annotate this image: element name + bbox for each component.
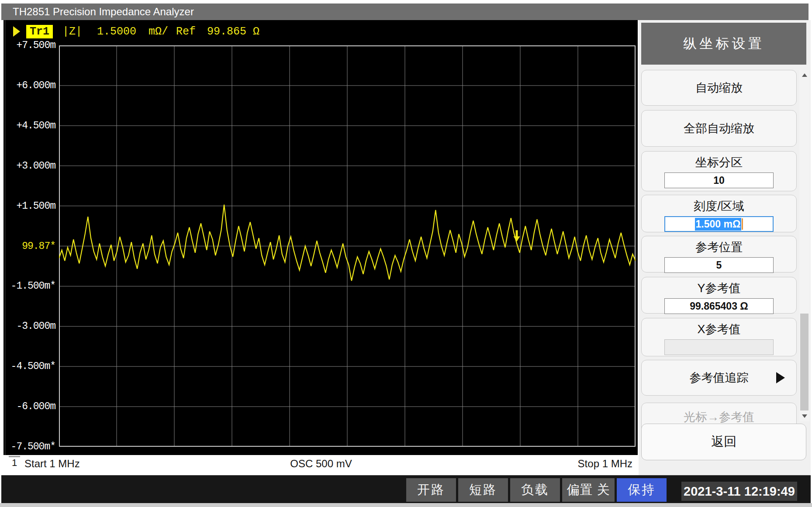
y-axis-label: -3.000m [16, 321, 55, 332]
y-axis-label: -7.500m* [11, 441, 55, 452]
instrument-screen: TH2851 Precision Impedance Analyzer Tr1 … [0, 0, 812, 507]
sidebar-scrollbar[interactable] [799, 70, 809, 421]
scale-per-div-input[interactable]: 1.500 mΩ [664, 216, 774, 232]
sweep-info-strip: 1 OSC 500 mV Start 1 MHz Stop 1 MHz [5, 455, 637, 474]
y-axis-label: -4.500m* [11, 361, 55, 372]
y-axis-labels: +7.500m+6.000m+4.500m+3.000m+1.500m99.87… [3, 45, 56, 447]
window-title: TH2851 Precision Impedance Analyzer [13, 6, 194, 18]
reference-position-section[interactable]: 参考位置 5 [641, 236, 797, 272]
x-reference-input[interactable] [664, 339, 774, 355]
autoscale-button[interactable]: 自动缩放 [641, 70, 797, 106]
trace-ref-value: 99.865 Ω [207, 25, 259, 38]
divisions-input[interactable]: 10 [664, 172, 774, 188]
open-correction-button[interactable]: 开路 [406, 478, 456, 502]
x-reference-section[interactable]: X参考值 [641, 318, 797, 356]
text-caret [742, 218, 743, 230]
reference-position-input[interactable]: 5 [664, 257, 774, 273]
autoscale-all-button[interactable]: 全部自动缩放 [641, 110, 797, 147]
window-title-bar: TH2851 Precision Impedance Analyzer [1, 3, 809, 20]
y-axis-label: +1.500m [16, 200, 55, 212]
datetime-display: 2021-3-11 12:19:49 [681, 482, 797, 501]
softkey-sidebar: 纵坐标设置 自动缩放 全部自动缩放 坐标分区 10 刻度/区域 1.500 mΩ… [639, 20, 811, 475]
y-reference-label: Y参考值 [642, 280, 796, 296]
trace-scale-value: 1.5000 [97, 25, 136, 38]
y-reference-section[interactable]: Y参考值 99.865403 Ω [641, 277, 797, 314]
trace-header: Tr1 |Z| 1.5000 mΩ/ Ref 99.865 Ω [13, 24, 259, 39]
divisions-section[interactable]: 坐标分区 10 [641, 151, 797, 191]
y-axis-label: +6.000m [16, 80, 55, 91]
osc-level-label: OSC 500 mV [5, 458, 637, 470]
x-reference-label: X参考值 [642, 321, 796, 337]
submenu-arrow-icon [776, 372, 785, 383]
impedance-plot [59, 45, 636, 447]
y-axis-label: -1.500m* [11, 280, 55, 292]
short-correction-button[interactable]: 短路 [458, 478, 508, 502]
plot-area [59, 45, 636, 447]
y-reference-input[interactable]: 99.865403 Ω [664, 298, 774, 314]
sidebar-title: 纵坐标设置 [641, 23, 806, 65]
stop-frequency-label: Stop 1 MHz [578, 458, 632, 470]
active-trace-arrow-icon [13, 26, 20, 37]
y-axis-label: +4.500m [16, 120, 55, 131]
trace-scale-unit: mΩ/ [149, 25, 168, 38]
scrollbar-thumb[interactable] [800, 314, 809, 410]
trace-badge[interactable]: Tr1 [26, 25, 53, 38]
trace-ref-label: Ref [176, 25, 196, 38]
y-axis-label: 99.87* [22, 241, 55, 252]
scroll-up-icon[interactable] [799, 70, 809, 80]
y-axis-label: -6.000m [16, 401, 55, 412]
chart-panel: Tr1 |Z| 1.5000 mΩ/ Ref 99.865 Ω +7.500m+… [3, 20, 638, 455]
hold-button[interactable]: 保持 [617, 478, 667, 502]
scroll-down-icon[interactable] [799, 411, 809, 421]
status-softkey-bar: 开路 短路 负载 偏置 关 保持 2021-3-11 12:19:49 [1, 475, 811, 503]
scale-per-div-section[interactable]: 刻度/区域 1.500 mΩ [641, 195, 797, 232]
divisions-label: 坐标分区 [642, 155, 796, 170]
start-frequency-label: Start 1 MHz [24, 458, 80, 470]
reference-position-label: 参考位置 [642, 239, 796, 255]
scale-per-div-label: 刻度/区域 [642, 198, 796, 214]
back-button[interactable]: 返回 [641, 424, 806, 460]
load-correction-button[interactable]: 负载 [510, 478, 560, 502]
bottom-edge-strip [0, 503, 812, 507]
y-axis-label: +7.500m [16, 40, 55, 51]
bias-off-button[interactable]: 偏置 关 [562, 478, 615, 502]
y-axis-label: +3.000m [16, 160, 55, 172]
reference-tracking-button[interactable]: 参考值追踪 [641, 360, 797, 396]
trace-parameter: |Z| [62, 25, 82, 38]
